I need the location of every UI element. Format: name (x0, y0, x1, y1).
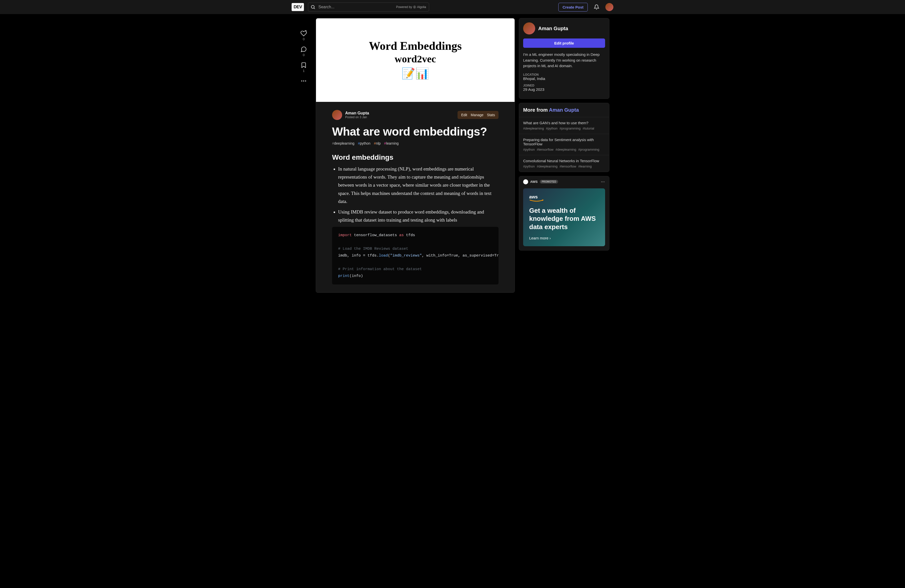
tag-deeplearning[interactable]: #deeplearning (332, 141, 354, 145)
location-label: LOCATION (523, 73, 605, 76)
promo-card: ☁ AWS PROMOTED aws Get a wealth of knowl… (519, 176, 610, 251)
more-from-item-title: What are GAN's and how to use them? (523, 121, 605, 125)
tags-row: #deeplearning #python #nlp #learning (332, 141, 499, 145)
author-name[interactable]: Aman Gupta (345, 111, 369, 116)
svg-text:aws: aws (529, 194, 538, 199)
code-block: import tensorflow_datasets as tfds # Loa… (332, 227, 499, 284)
article-card: Word Embeddings word2vec 📝📊 Aman Gupta P… (316, 18, 515, 293)
svg-point-7 (303, 81, 304, 81)
more-from-heading: More from Aman Gupta (519, 103, 609, 117)
section-heading: Word embeddings (332, 153, 499, 162)
notifications-button[interactable] (592, 2, 601, 12)
profile-card: Aman Gupta Edit profile I'm a ML enginee… (519, 18, 610, 99)
promo-cta-link[interactable]: Learn more › (529, 236, 599, 240)
author-row: Aman Gupta Posted on 3 Jan Edit Manage S… (332, 110, 499, 120)
article-cover: Word Embeddings word2vec 📝📊 (316, 18, 514, 102)
list-item: Using IMDB review dataset to produce wor… (338, 208, 499, 224)
article-title: What are word embeddings? (332, 125, 499, 138)
manage-link[interactable]: Manage (471, 113, 484, 117)
cover-emoji: 📝📊 (402, 67, 429, 80)
more-options-button[interactable] (300, 78, 307, 84)
tag-nlp[interactable]: #nlp (374, 141, 381, 145)
cover-subtitle: word2vec (395, 53, 436, 65)
comment-icon (300, 46, 307, 52)
promo-brand: AWS (530, 180, 538, 184)
promo-banner[interactable]: aws Get a wealth of knowledge from AWS d… (523, 188, 605, 246)
more-from-item[interactable]: Convolutional Neural Networks in TensorF… (519, 155, 609, 172)
more-from-author-link[interactable]: Aman Gupta (549, 107, 579, 113)
right-sidebar: Aman Gupta Edit profile I'm a ML enginee… (519, 18, 610, 293)
bookmark-button[interactable]: 1 (300, 62, 307, 73)
site-logo[interactable]: DEV (292, 3, 304, 11)
more-from-item-title: Preparing data for Sentiment analysis wi… (523, 138, 605, 146)
comment-count: 0 (303, 53, 305, 57)
author-avatar[interactable] (332, 110, 342, 120)
search-icon (310, 5, 316, 10)
user-avatar[interactable] (605, 3, 613, 11)
stats-link[interactable]: Stats (487, 113, 495, 117)
more-from-item-title: Convolutional Neural Networks in TensorF… (523, 159, 605, 163)
reaction-heart-button[interactable]: 0 (300, 30, 307, 41)
heart-plus-icon (300, 30, 307, 37)
more-from-item-tags: #python#tensorflow#deeplearning#programm… (523, 148, 605, 151)
more-from-item[interactable]: Preparing data for Sentiment analysis wi… (519, 134, 609, 155)
promo-badge: PROMOTED (540, 180, 558, 184)
tag-learning[interactable]: #learning (384, 141, 399, 145)
react-count: 0 (303, 37, 305, 41)
create-post-button[interactable]: Create Post (558, 3, 588, 11)
promo-logo-icon: ☁ (523, 179, 528, 184)
aws-logo-icon: aws (529, 194, 599, 203)
article-list: In natural language processing (NLP), wo… (332, 165, 499, 224)
bookmark-count: 1 (303, 69, 305, 73)
more-from-item-tags: #deeplearning#python#programming#tutoria… (523, 127, 605, 130)
location-value: Bhopal, India (523, 76, 605, 81)
cover-title: Word Embeddings (369, 39, 462, 52)
edit-profile-button[interactable]: Edit profile (523, 38, 605, 48)
post-date: Posted on 3 Jan (345, 116, 369, 119)
top-nav: DEV Powered by Algolia Create Post (0, 0, 905, 14)
more-from-item[interactable]: What are GAN's and how to use them?#deep… (519, 117, 609, 134)
svg-line-1 (314, 8, 315, 9)
svg-point-8 (305, 81, 306, 81)
search-powered-by: Powered by Algolia (396, 5, 426, 9)
author-actions: Edit Manage Stats (457, 111, 499, 119)
profile-avatar[interactable] (523, 22, 535, 35)
svg-point-6 (301, 81, 302, 81)
more-from-card: More from Aman Gupta What are GAN's and … (519, 103, 610, 172)
comment-button[interactable]: 0 (300, 46, 307, 57)
svg-point-11 (604, 181, 605, 182)
tag-python[interactable]: #python (358, 141, 370, 145)
edit-link[interactable]: Edit (461, 113, 467, 117)
dots-icon (300, 78, 307, 84)
profile-name[interactable]: Aman Gupta (538, 25, 568, 32)
joined-label: JOINED (523, 84, 605, 87)
search-container: Powered by Algolia (308, 3, 429, 11)
profile-bio: I'm a ML engineer mostly specialising in… (523, 52, 605, 69)
svg-point-9 (601, 181, 602, 182)
svg-point-3 (414, 6, 415, 8)
dots-icon (600, 180, 605, 184)
bookmark-icon (300, 62, 307, 68)
bell-icon (594, 4, 599, 10)
svg-point-0 (311, 5, 314, 8)
svg-point-10 (603, 181, 603, 182)
promo-title: Get a wealth of knowledge from AWS data … (529, 207, 599, 231)
promo-options-button[interactable] (600, 180, 605, 184)
joined-value: 29 Aug 2023 (523, 87, 605, 92)
more-from-item-tags: #python#deeplearning#tensorflow#learning (523, 164, 605, 168)
reaction-rail: 0 0 1 (295, 18, 312, 293)
list-item: In natural language processing (NLP), wo… (338, 165, 499, 205)
